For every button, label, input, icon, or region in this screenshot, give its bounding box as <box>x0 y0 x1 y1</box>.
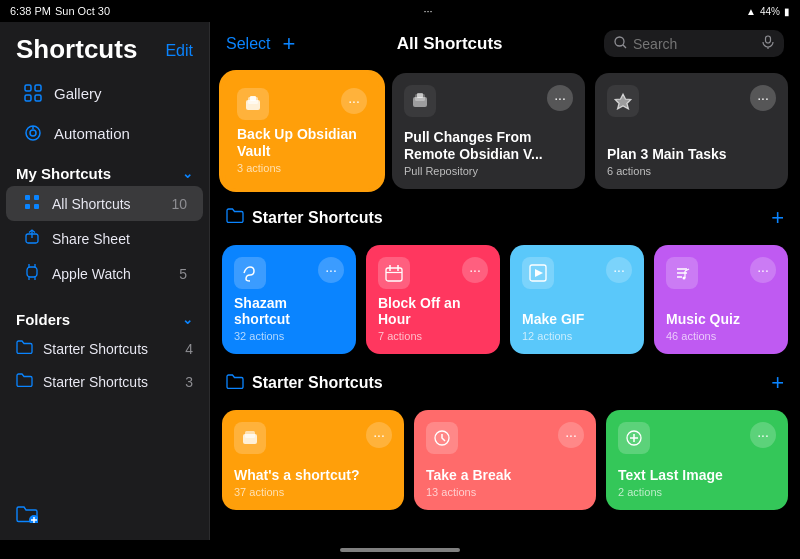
music-quiz-titles: Music Quiz 46 actions <box>666 305 776 342</box>
search-input[interactable] <box>633 36 756 52</box>
whats-shortcut-icon <box>234 422 266 454</box>
sidebar-title: Shortcuts <box>16 34 137 65</box>
home-indicator <box>0 540 800 559</box>
plan-tasks-menu-btn[interactable]: ··· <box>750 85 776 111</box>
header-title: All Shortcuts <box>295 34 604 54</box>
folder1-label: Starter Shortcuts <box>43 341 148 357</box>
shazam-titles: Shazam shortcut 32 actions <box>234 289 344 343</box>
date: Sun Oct 30 <box>55 5 110 17</box>
svg-marker-37 <box>535 269 543 277</box>
my-shortcuts-header: My Shortcuts ⌄ <box>0 153 209 186</box>
svg-point-43 <box>683 276 686 279</box>
status-center: ··· <box>423 5 432 17</box>
block-hour-titles: Block Off an Hour 7 actions <box>378 289 488 343</box>
folders-section: Folders ⌄ Starter Shortcuts 4 <box>0 299 209 398</box>
apple-watch-icon <box>22 264 42 283</box>
gallery-label: Gallery <box>54 85 102 102</box>
card-block-hour[interactable]: ··· Block Off an Hour 7 actions <box>366 245 500 355</box>
svg-rect-32 <box>386 268 402 281</box>
card-pull-changes[interactable]: ··· Pull Changes From Remote Obsidian V.… <box>392 73 585 189</box>
block-hour-menu-btn[interactable]: ··· <box>462 257 488 283</box>
gallery-icon <box>22 82 44 104</box>
starter1-left: Starter Shortcuts <box>226 208 383 227</box>
svg-rect-0 <box>25 85 31 91</box>
sidebar-item-apple-watch[interactable]: Apple Watch 5 <box>6 256 203 291</box>
starter2-add-btn[interactable]: + <box>771 370 784 396</box>
card-backup-obsidian[interactable]: ··· Back Up Obsidian Vault 3 actions <box>222 73 382 189</box>
make-gif-icon <box>522 257 554 289</box>
folders-chevron-icon: ⌄ <box>182 312 193 327</box>
sidebar-item-all-left: All Shortcuts <box>22 194 131 213</box>
svg-rect-8 <box>34 195 39 200</box>
app-container: Shortcuts Edit Gallery <box>0 22 800 540</box>
card-shazam[interactable]: ··· Shazam shortcut 32 actions <box>222 245 356 355</box>
svg-marker-31 <box>615 94 631 109</box>
shazam-menu-btn[interactable]: ··· <box>318 257 344 283</box>
folder-starter1[interactable]: Starter Shortcuts 4 <box>0 332 209 365</box>
sidebar-item-automation[interactable]: Automation <box>6 113 203 153</box>
shortcuts-row-3: ··· What's a shortcut? 37 actions <box>222 410 788 510</box>
card-plan-top: ··· <box>607 85 776 117</box>
card-make-gif[interactable]: ··· Make GIF 12 actions <box>510 245 644 355</box>
shortcuts-scroll: ··· Back Up Obsidian Vault 3 actions <box>210 65 800 540</box>
svg-rect-23 <box>766 36 771 43</box>
make-gif-menu-btn[interactable]: ··· <box>606 257 632 283</box>
card-music-quiz[interactable]: ··· Music Quiz 46 actions <box>654 245 788 355</box>
main-content: Select + All Shortcuts <box>210 22 800 540</box>
svg-rect-2 <box>25 95 31 101</box>
starter1-title: Starter Shortcuts <box>252 209 383 227</box>
edit-button[interactable]: Edit <box>165 38 193 64</box>
take-break-titles: Take a Break 13 actions <box>426 461 584 498</box>
block-hour-icon <box>378 257 410 289</box>
add-shortcut-button[interactable]: + <box>282 33 295 55</box>
svg-point-21 <box>615 37 624 46</box>
card-text-top: ··· <box>618 422 776 454</box>
my-shortcuts-label: My Shortcuts <box>16 165 111 182</box>
text-last-image-titles: Text Last Image 2 actions <box>618 461 776 498</box>
pull-changes-titles: Pull Changes From Remote Obsidian V... P… <box>404 123 573 177</box>
sidebar: Shortcuts Edit Gallery <box>0 22 210 540</box>
mic-icon <box>762 35 774 52</box>
automation-icon <box>22 122 44 144</box>
starter2-folder-icon <box>226 374 244 393</box>
sidebar-header: Shortcuts Edit <box>0 22 209 73</box>
backup-obsidian-menu-btn[interactable]: ··· <box>341 88 367 114</box>
card-text-last-image[interactable]: ··· Text Last Image 2 actions <box>606 410 788 510</box>
search-bar[interactable] <box>604 30 784 57</box>
music-quiz-icon <box>666 257 698 289</box>
sidebar-share-left: Share Sheet <box>22 229 130 248</box>
take-break-menu-btn[interactable]: ··· <box>558 422 584 448</box>
select-button[interactable]: Select <box>226 35 270 53</box>
svg-rect-3 <box>35 95 41 101</box>
sidebar-item-all-shortcuts[interactable]: All Shortcuts 10 <box>6 186 203 221</box>
make-gif-titles: Make GIF 12 actions <box>522 305 632 342</box>
starter1-add-btn[interactable]: + <box>771 205 784 231</box>
share-sheet-icon <box>22 229 42 248</box>
card-gif-top: ··· <box>522 257 632 289</box>
apple-watch-label: Apple Watch <box>52 266 131 282</box>
whats-shortcut-titles: What's a shortcut? 37 actions <box>234 461 392 498</box>
folders-header: Folders ⌄ <box>0 299 209 332</box>
pull-changes-icon <box>404 85 436 117</box>
starter-section-1: Starter Shortcuts + <box>222 199 788 237</box>
sidebar-bottom <box>0 493 209 540</box>
card-plan-tasks[interactable]: ··· Plan 3 Main Tasks 6 actions <box>595 73 788 189</box>
sidebar-item-share-sheet[interactable]: Share Sheet <box>6 221 203 256</box>
status-left: 6:38 PM Sun Oct 30 <box>10 5 110 17</box>
text-last-image-icon <box>618 422 650 454</box>
whats-shortcut-menu-btn[interactable]: ··· <box>366 422 392 448</box>
card-backup-top: ··· <box>237 88 367 120</box>
card-take-break[interactable]: ··· Take a Break 13 actions <box>414 410 596 510</box>
folder1-left: Starter Shortcuts <box>16 340 148 357</box>
automation-label: Automation <box>54 125 130 142</box>
pull-changes-menu-btn[interactable]: ··· <box>547 85 573 111</box>
sidebar-item-gallery[interactable]: Gallery <box>6 73 203 113</box>
card-whats-top: ··· <box>234 422 392 454</box>
svg-point-5 <box>30 130 36 136</box>
music-quiz-menu-btn[interactable]: ··· <box>750 257 776 283</box>
folder-starter2[interactable]: Starter Shortcuts 3 <box>0 365 209 398</box>
text-last-image-menu-btn[interactable]: ··· <box>750 422 776 448</box>
folder1-count: 4 <box>185 341 193 357</box>
folder1-icon <box>16 340 33 357</box>
card-whats-shortcut[interactable]: ··· What's a shortcut? 37 actions <box>222 410 404 510</box>
